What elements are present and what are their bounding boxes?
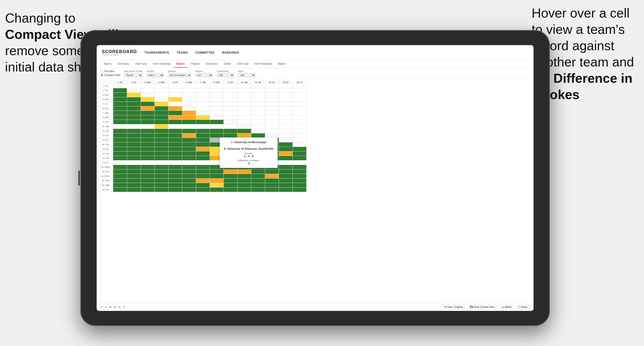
matrix-cell[interactable] (127, 120, 141, 124)
subnav-matrix2[interactable]: Matrix (275, 60, 288, 68)
subnav-summary[interactable]: Summary (114, 60, 132, 68)
matrix-cell[interactable] (141, 156, 155, 160)
matrix-cell[interactable] (251, 124, 265, 129)
matrix-cell[interactable] (141, 124, 155, 129)
matrix-cell[interactable] (224, 188, 238, 192)
matrix-cell[interactable] (127, 115, 141, 120)
matrix-cell[interactable] (196, 188, 210, 192)
watch-btn[interactable]: ◎ Watch (499, 305, 514, 309)
matrix-cell[interactable] (265, 120, 279, 124)
matrix-cell[interactable] (224, 133, 238, 138)
matrix-cell[interactable] (293, 147, 307, 151)
matrix-cell[interactable] (251, 133, 265, 138)
matrix-cell[interactable] (196, 151, 210, 156)
nav-tournaments[interactable]: TOURNAMENTS (144, 51, 169, 54)
matrix-cell[interactable] (251, 169, 265, 174)
matrix-cell[interactable] (293, 129, 307, 133)
matrix-cell[interactable] (155, 111, 168, 115)
matrix-cell[interactable] (127, 188, 141, 192)
matrix-cell[interactable] (155, 165, 168, 169)
main-content[interactable]: 1. AU2. VU3. ASU4. UNC5. UT6. FSU7. UM8.… (97, 80, 534, 303)
matrix-cell[interactable] (251, 120, 265, 124)
matrix-cell[interactable] (293, 115, 307, 120)
matrix-cell[interactable] (113, 88, 127, 93)
matrix-cell[interactable] (279, 133, 293, 138)
matrix-cell[interactable] (127, 142, 141, 147)
matrix-cell[interactable] (168, 160, 182, 165)
matrix-cell[interactable] (113, 129, 127, 133)
matrix-cell[interactable] (238, 183, 251, 188)
matrix-cell[interactable] (127, 133, 141, 138)
matrix-cell[interactable] (155, 188, 168, 192)
matrix-cell[interactable] (141, 88, 155, 93)
matrix-cell[interactable] (182, 133, 196, 138)
matrix-cell[interactable] (251, 111, 265, 115)
team-select[interactable]: (All) (238, 73, 256, 77)
matrix-cell[interactable] (224, 179, 238, 183)
matrix-cell[interactable] (155, 97, 168, 102)
matrix-cell[interactable] (155, 120, 168, 124)
matrix-cell[interactable] (127, 97, 141, 102)
matrix-cell[interactable] (127, 179, 141, 183)
matrix-cell[interactable] (155, 129, 168, 133)
matrix-cell[interactable] (293, 102, 307, 106)
matrix-cell[interactable] (196, 160, 210, 165)
matrix-cell[interactable] (155, 88, 168, 93)
matrix-cell[interactable] (141, 111, 155, 115)
matrix-cell[interactable] (141, 147, 155, 151)
matrix-cell[interactable] (279, 151, 293, 156)
matrix-cell[interactable] (279, 106, 293, 111)
matrix-cell[interactable] (113, 160, 127, 165)
matrix-cell[interactable] (155, 124, 168, 129)
matrix-cell[interactable] (251, 106, 265, 111)
matrix-cell[interactable] (113, 84, 127, 88)
matrix-cell[interactable] (141, 138, 155, 142)
matrix-cell[interactable] (251, 93, 265, 97)
matrix-cell[interactable] (251, 84, 265, 88)
matrix-cell[interactable] (224, 84, 238, 88)
matrix-cell[interactable] (251, 174, 265, 179)
matrix-cell[interactable] (251, 183, 265, 188)
matrix-cell[interactable] (293, 111, 307, 115)
matrix-cell[interactable] (155, 147, 168, 151)
matrix-cell[interactable] (113, 183, 127, 188)
matrix-cell[interactable] (141, 133, 155, 138)
matrix-cell[interactable] (224, 111, 238, 115)
matrix-cell[interactable] (293, 179, 307, 183)
matrix-cell[interactable] (196, 129, 210, 133)
matrix-cell[interactable] (155, 115, 168, 120)
matrix-cell[interactable] (293, 174, 307, 179)
matrix-cell[interactable] (279, 147, 293, 151)
matrix-cell[interactable] (127, 111, 141, 115)
matrix-cell[interactable] (279, 179, 293, 183)
matrix-cell[interactable] (265, 188, 279, 192)
matrix-cell[interactable] (210, 120, 224, 124)
matrix-cell[interactable] (113, 138, 127, 142)
matrix-cell[interactable] (141, 106, 155, 111)
matrix-cell[interactable] (279, 97, 293, 102)
matrix-cell[interactable] (113, 179, 127, 183)
matrix-cell[interactable] (182, 169, 196, 174)
matrix-cell[interactable] (265, 84, 279, 88)
matrix-cell[interactable] (113, 156, 127, 160)
matrix-cell[interactable] (113, 174, 127, 179)
matrix-cell[interactable] (155, 156, 168, 160)
matrix-cell[interactable] (238, 115, 251, 120)
matrix-cell[interactable] (279, 169, 293, 174)
matrix-cell[interactable] (155, 160, 168, 165)
matrix-cell[interactable] (210, 111, 224, 115)
matrix-cell[interactable] (196, 120, 210, 124)
matrix-cell[interactable] (168, 97, 182, 102)
matrix-cell[interactable] (155, 106, 168, 111)
matrix-cell[interactable] (238, 169, 251, 174)
matrix-cell[interactable] (196, 174, 210, 179)
toolbar-icon4[interactable]: ↺ (123, 306, 125, 308)
matrix-cell[interactable] (196, 147, 210, 151)
matrix-cell[interactable] (293, 156, 307, 160)
subnav-matrix[interactable]: Matrix (173, 60, 188, 68)
matrix-cell[interactable] (113, 115, 127, 120)
matrix-cell[interactable] (141, 183, 155, 188)
matrix-cell[interactable] (265, 133, 279, 138)
matrix-cell[interactable] (155, 84, 168, 88)
matrix-cell[interactable] (168, 165, 182, 169)
